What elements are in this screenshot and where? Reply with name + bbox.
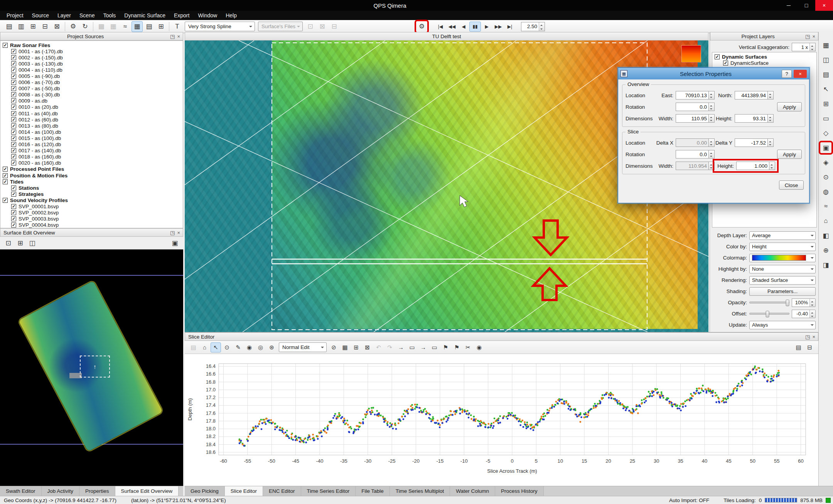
slider-groove[interactable] xyxy=(749,302,789,303)
grid-toggle-icon[interactable]: ⊞ xyxy=(15,238,26,248)
rotation-field[interactable]: 0.0 xyxy=(676,103,709,111)
checkbox[interactable]: ✓ xyxy=(723,61,728,66)
property-select[interactable]: Always xyxy=(749,321,816,329)
tree-item[interactable]: ✓0004 - as (-110).db xyxy=(0,67,183,73)
height-field[interactable]: 93.31 xyxy=(735,114,768,123)
tab-time-series-editor[interactable]: Time Series Editor xyxy=(301,486,356,496)
layers-view-icon[interactable]: ▤ xyxy=(820,69,831,80)
maximize-button[interactable]: □ xyxy=(798,0,815,11)
tree-item[interactable]: ✓0013 - as (80).db xyxy=(0,123,183,129)
tab-water-column[interactable]: Water Column xyxy=(450,486,495,496)
spinner-arrows-icon[interactable] xyxy=(809,310,815,318)
go-first-icon[interactable]: |◀ xyxy=(435,22,446,32)
tree-item[interactable]: ✓Position & Motion Files xyxy=(0,172,183,179)
new-grid-icon[interactable]: ⊞ xyxy=(155,21,167,32)
checkbox[interactable]: ✓ xyxy=(11,142,16,147)
tree-item[interactable]: ✓Stations xyxy=(0,185,183,191)
add-raw-sonar-icon[interactable]: ⊞ xyxy=(27,21,39,32)
edit-mode-select[interactable]: Normal Edit xyxy=(279,342,327,352)
spinner-arrows-icon[interactable] xyxy=(709,103,715,111)
flag-point-icon[interactable]: ⚑ xyxy=(440,342,451,352)
vertical-exaggeration-spinner[interactable]: 1 x xyxy=(792,43,816,51)
pick-auto-icon[interactable]: ⊛ xyxy=(266,342,277,352)
settings-panel-icon[interactable]: ▣ xyxy=(169,238,180,248)
screenshot-icon[interactable]: ◉ xyxy=(474,342,484,352)
slider-value-spinner[interactable]: 100% xyxy=(792,298,816,307)
menu-layer[interactable]: Layer xyxy=(53,11,75,20)
playback-speed-spinner[interactable]: 2.50 xyxy=(521,22,545,31)
menu-tools[interactable]: Tools xyxy=(99,11,120,20)
dialog-close-footer-button[interactable]: Close xyxy=(779,180,804,190)
flag-area-icon[interactable]: ⚑ xyxy=(452,342,462,352)
step-back-icon[interactable]: ◀ xyxy=(458,22,469,32)
tree-item[interactable]: ✓0015 - as (100).db xyxy=(0,135,183,141)
tab-process-history[interactable]: Process History xyxy=(495,486,544,496)
tab-surface-edit-overview[interactable]: Surface Edit Overview xyxy=(115,486,179,496)
selection-rectangle[interactable] xyxy=(272,43,647,330)
fast-forward-icon[interactable]: ▶▶ xyxy=(492,22,504,32)
delta-y-field[interactable]: -17.52 xyxy=(735,138,768,147)
surface-edit-overview-viewport[interactable]: ↑ xyxy=(0,249,183,486)
slice-apply-button[interactable]: Apply xyxy=(777,150,802,159)
shift-box-a-icon[interactable]: ▭ xyxy=(407,342,417,352)
spinner-arrows-icon[interactable] xyxy=(769,162,775,170)
checkbox[interactable]: ✓ xyxy=(11,204,16,209)
tree-item[interactable]: ✓SVP_00001.bsvp xyxy=(0,203,183,209)
spinner-arrows-icon[interactable] xyxy=(768,114,774,123)
menu-project[interactable]: Project xyxy=(2,11,28,20)
new-project-icon[interactable]: ▤ xyxy=(3,21,15,32)
checkbox[interactable]: ✓ xyxy=(3,173,8,178)
shift-box-b-icon[interactable]: ▭ xyxy=(429,342,440,352)
tree-item[interactable]: ✓0011 - as (40).db xyxy=(0,110,183,116)
tab-geo-picking[interactable]: Geo Picking xyxy=(185,486,225,496)
tree-item[interactable]: ✓0020 - as (160).db xyxy=(0,160,183,166)
dialog-titlebar[interactable]: ▦ Selection Properties ? × xyxy=(618,68,809,79)
checkbox[interactable]: ✓ xyxy=(11,80,16,85)
tree-item[interactable]: ✓0003 - as (-130).db xyxy=(0,61,183,67)
float-panel-icon[interactable]: ◳ xyxy=(169,34,176,39)
close-panel-icon[interactable]: × xyxy=(811,34,816,39)
tab-file-table[interactable]: File Table xyxy=(356,486,390,496)
slider-handle[interactable] xyxy=(766,311,769,317)
shift-back-icon[interactable]: → xyxy=(396,342,406,352)
checkbox[interactable]: ✓ xyxy=(11,67,16,72)
menu-scene[interactable]: Scene xyxy=(75,11,99,20)
spinner-arrows-icon[interactable] xyxy=(539,22,545,31)
tree-item[interactable]: ✓SVP_00003.bsvp xyxy=(0,216,183,222)
tab-properties[interactable]: Properties xyxy=(79,486,115,496)
patch-tool-icon[interactable]: ◈ xyxy=(820,157,831,168)
minimize-button[interactable]: ─ xyxy=(780,0,798,11)
property-select[interactable]: Average xyxy=(749,231,816,240)
tree-item[interactable]: ✓0010 - as (20).db xyxy=(0,104,183,110)
slider-groove[interactable] xyxy=(749,313,789,315)
water-column-view-icon[interactable]: ≈ xyxy=(120,21,131,32)
checkbox[interactable]: ✓ xyxy=(11,210,16,215)
dialog-close-button[interactable]: × xyxy=(794,70,807,78)
select-mode-icon[interactable]: ↖ xyxy=(820,84,831,94)
split-view-icon[interactable]: ◫ xyxy=(820,54,831,65)
shift-forward-icon[interactable]: → xyxy=(418,342,428,352)
tree-item[interactable]: ✓0012 - as (60).db xyxy=(0,116,183,123)
checkbox[interactable]: ✓ xyxy=(3,43,8,48)
checkbox[interactable]: ✓ xyxy=(11,117,16,122)
select-cursor-icon[interactable]: ↖ xyxy=(211,342,221,352)
fast-back-icon[interactable]: ◀◀ xyxy=(446,22,458,32)
point-info-icon[interactable]: ⊙ xyxy=(820,172,831,182)
tree-item[interactable]: ✓0009 - as.db xyxy=(0,98,183,104)
tree-item[interactable]: ✓DynamicSurface xyxy=(712,60,816,66)
property-select[interactable]: None xyxy=(749,265,816,273)
slice-rotation-field[interactable]: 0.0 xyxy=(676,150,709,158)
surface-manager-icon[interactable]: ▤ xyxy=(143,21,155,32)
tree-item[interactable]: ✓Tides xyxy=(0,179,183,185)
checkbox[interactable]: ✓ xyxy=(3,198,8,203)
float-panel-icon[interactable]: ◳ xyxy=(804,334,811,340)
overview-selection-box[interactable]: ↑ xyxy=(80,356,110,378)
import-data-icon[interactable]: ⊠ xyxy=(51,21,62,32)
tree-item[interactable]: ✓Sound Velocity Profiles xyxy=(0,197,183,203)
spinner-arrows-icon[interactable] xyxy=(768,91,774,99)
tree-item[interactable]: ✓Processed Point Files xyxy=(0,166,183,172)
colormap-select[interactable] xyxy=(749,254,816,262)
tree-item[interactable]: ✓0014 - as (100).db xyxy=(0,129,183,135)
pick-area-icon[interactable]: ◎ xyxy=(255,342,266,352)
accept-grid-icon[interactable]: ⊞ xyxy=(351,342,361,352)
